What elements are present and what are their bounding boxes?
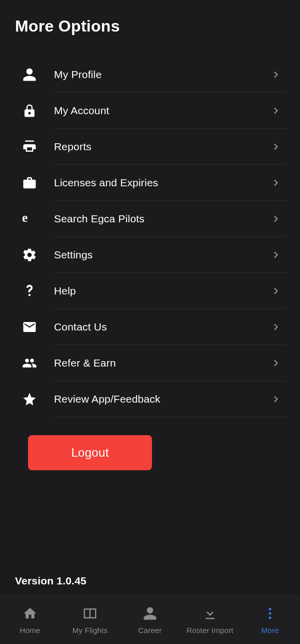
page-title: More Options xyxy=(15,17,286,36)
nav-item-flights[interactable]: My Flights xyxy=(60,596,120,644)
nav-item-career[interactable]: Career xyxy=(120,596,180,644)
menu-label: My Profile xyxy=(45,69,266,81)
chevron-right-icon xyxy=(266,250,286,260)
menu-label: Contact Us xyxy=(45,321,266,333)
nav-label: More xyxy=(262,626,279,634)
chevron-right-icon xyxy=(266,214,286,224)
menu-label: Help xyxy=(45,285,266,297)
download-icon xyxy=(202,606,218,623)
nav-item-home[interactable]: Home xyxy=(0,596,60,644)
menu-label: Review App/Feedback xyxy=(45,393,266,405)
chevron-right-icon xyxy=(266,322,286,332)
version-text: Version 1.0.45 xyxy=(15,575,286,587)
nav-label: Home xyxy=(20,626,40,634)
menu-item-refer[interactable]: Refer & Earn xyxy=(14,345,286,381)
question-icon xyxy=(14,283,45,298)
menu-item-egca[interactable]: e Search Egca Pilots xyxy=(14,201,286,237)
menu-item-account[interactable]: My Account xyxy=(14,93,286,129)
chevron-right-icon xyxy=(266,142,286,152)
svg-point-1 xyxy=(269,612,272,615)
menu-item-settings[interactable]: Settings xyxy=(14,237,286,273)
bottom-nav: Home My Flights Career Roster Import Mor… xyxy=(0,596,300,644)
menu-label: Licenses and Expiries xyxy=(45,177,266,189)
printer-icon xyxy=(14,139,45,154)
mail-icon xyxy=(14,319,45,335)
nav-item-more[interactable]: More xyxy=(240,596,300,644)
home-icon xyxy=(22,606,38,623)
people-icon xyxy=(14,356,45,371)
gear-icon xyxy=(14,247,45,262)
menu-label: My Account xyxy=(45,105,266,117)
logout-button[interactable]: Logout xyxy=(28,435,152,470)
menu-label: Refer & Earn xyxy=(45,357,266,369)
briefcase-icon xyxy=(14,175,45,190)
menu-item-review[interactable]: Review App/Feedback xyxy=(14,381,286,417)
nav-label: Roster Import xyxy=(186,626,233,634)
star-icon xyxy=(14,392,45,407)
menu-label: Settings xyxy=(45,249,266,261)
book-icon xyxy=(82,606,98,623)
chevron-right-icon xyxy=(266,178,286,188)
menu-item-reports[interactable]: Reports xyxy=(14,129,286,165)
chevron-right-icon xyxy=(266,358,286,368)
more-vertical-icon xyxy=(262,606,278,623)
person-icon xyxy=(142,606,158,623)
nav-label: Career xyxy=(138,626,162,634)
chevron-right-icon xyxy=(266,394,286,404)
nav-item-roster[interactable]: Roster Import xyxy=(180,596,240,644)
chevron-right-icon xyxy=(266,106,286,116)
divider xyxy=(55,417,286,417)
svg-point-0 xyxy=(269,608,272,610)
person-icon xyxy=(14,67,45,82)
chevron-right-icon xyxy=(266,70,286,80)
svg-point-2 xyxy=(269,616,272,619)
lock-icon xyxy=(14,103,45,118)
menu-item-profile[interactable]: My Profile xyxy=(14,57,286,93)
egca-e-icon: e xyxy=(14,211,45,226)
chevron-right-icon xyxy=(266,286,286,296)
menu-item-licenses[interactable]: Licenses and Expiries xyxy=(14,165,286,201)
menu-list: My Profile My Account Reports xyxy=(14,57,286,417)
nav-label: My Flights xyxy=(72,626,108,634)
menu-item-help[interactable]: Help xyxy=(14,273,286,309)
menu-item-contact[interactable]: Contact Us xyxy=(14,309,286,345)
menu-label: Search Egca Pilots xyxy=(45,213,266,225)
menu-label: Reports xyxy=(45,141,266,153)
